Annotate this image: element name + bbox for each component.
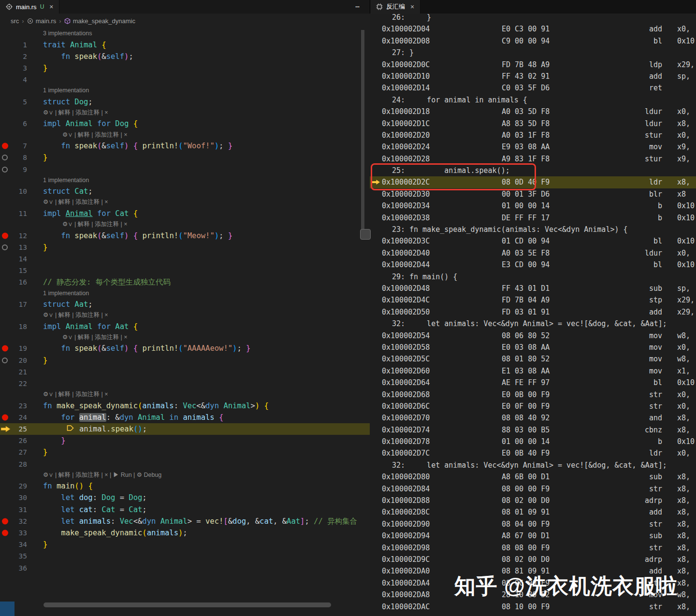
gutter[interactable] [0, 343, 13, 354]
codelens-row[interactable]: ⚙∨ | 解释 | 添加注释 | × | ▶ Run | ⚙ Debug [0, 470, 370, 481]
breakpoint-icon[interactable] [2, 518, 8, 524]
gutter[interactable] [0, 29, 13, 39]
code-line[interactable]: 23fn make_speak_dynamic(animals: Vec<&dy… [0, 400, 370, 412]
gutter[interactable] [0, 230, 13, 242]
code-line[interactable]: 32 let animals: Vec<&dyn Animal> = vec![… [0, 516, 370, 527]
code-line[interactable]: 33 make_speak_dynamic(animals); [0, 527, 370, 539]
breakpoint-icon[interactable] [2, 530, 8, 536]
gutter[interactable] [0, 435, 13, 446]
code-line[interactable]: 3} [0, 62, 370, 74]
gutter[interactable] [0, 480, 13, 492]
code-line[interactable]: 8} [0, 152, 370, 163]
gutter[interactable] [0, 321, 13, 332]
codelens-row[interactable]: 1 implementation [0, 86, 370, 96]
codelens-row[interactable]: 1 implementation [0, 175, 370, 186]
code-line[interactable]: 11impl Animal for Cat { [0, 208, 370, 219]
code-line[interactable]: 28 [0, 458, 370, 470]
code-line[interactable]: 36 [0, 562, 370, 574]
code-line[interactable]: 6impl Animal for Dog { [0, 118, 370, 129]
gutter[interactable] [0, 208, 13, 219]
gutter[interactable] [0, 219, 13, 230]
gutter[interactable] [0, 86, 13, 96]
code-line[interactable]: 18impl Animal for Aat { [0, 321, 370, 332]
code-line[interactable]: 29fn main() { [0, 480, 370, 492]
code-line[interactable]: 16// 静态分发: 每个类型生成独立代码 [0, 276, 370, 288]
gutter[interactable] [0, 400, 13, 412]
tab-close-icon[interactable]: × [49, 3, 53, 11]
gutter[interactable] [0, 332, 13, 343]
gutter[interactable] [0, 378, 13, 389]
breakpoint-unverified-icon[interactable] [2, 358, 8, 363]
breakpoint-unverified-icon[interactable] [2, 167, 8, 172]
code-line[interactable]: 14 [0, 253, 370, 265]
codelens-row[interactable]: ⚙∨ | 解释 | 添加注释 | × [0, 108, 370, 118]
gutter[interactable] [0, 355, 13, 366]
codelens-row[interactable]: ⚙∨ | 解释 | 添加注释 | × [0, 332, 370, 343]
code-line[interactable]: 10struct Cat; [0, 186, 370, 197]
gutter[interactable] [0, 446, 13, 458]
gutter[interactable] [0, 51, 13, 62]
gutter[interactable] [0, 310, 13, 321]
gutter[interactable] [0, 74, 13, 86]
gutter[interactable] [0, 550, 13, 562]
tab-close-icon[interactable]: × [410, 3, 414, 11]
breakpoint-unverified-icon[interactable] [2, 155, 8, 160]
code-line[interactable]: 24 for animal: &dyn Animal in animals { [0, 412, 370, 423]
gutter[interactable] [0, 96, 13, 108]
gutter[interactable] [0, 423, 13, 435]
breadcrumb-item-src[interactable]: src [11, 17, 19, 25]
code-line[interactable]: 15 [0, 265, 370, 276]
gutter[interactable] [0, 516, 13, 527]
gutter[interactable] [0, 242, 13, 253]
codelens-row[interactable]: 3 implementations [0, 29, 370, 39]
code-line[interactable]: 30 let dog: Dog = Dog; [0, 492, 370, 503]
gutter[interactable] [0, 299, 13, 310]
breakpoint-icon[interactable] [2, 414, 8, 420]
gutter[interactable] [0, 265, 13, 276]
gutter[interactable] [0, 140, 13, 152]
codelens-row[interactable]: 1 implementation [0, 288, 370, 299]
codelens-row[interactable]: ⚙∨ | 解释 | 添加注释 | × [0, 130, 370, 141]
code-line[interactable]: 34} [0, 539, 370, 550]
gutter[interactable] [0, 539, 13, 550]
gutter[interactable] [0, 39, 13, 51]
breadcrumb-item-main-rs[interactable]: main.rs [36, 17, 57, 25]
code-line[interactable]: 13} [0, 242, 370, 253]
gutter[interactable] [0, 175, 13, 186]
gutter[interactable] [0, 527, 13, 539]
code-line[interactable]: 9 [0, 164, 370, 175]
gutter[interactable] [0, 562, 13, 574]
gutter[interactable] [0, 470, 13, 481]
gutter[interactable] [0, 412, 13, 423]
gutter[interactable] [0, 276, 13, 288]
code-line[interactable]: 12 fn speak(&self) { println!("Meow!"); … [0, 230, 370, 242]
gutter[interactable] [0, 253, 13, 265]
codelens-row[interactable]: ⚙∨ | 解释 | 添加注释 | × [0, 389, 370, 400]
breakpoint-unverified-icon[interactable] [2, 244, 8, 250]
gutter[interactable] [0, 389, 13, 400]
code-line[interactable]: 20} [0, 355, 370, 366]
gutter[interactable] [0, 492, 13, 503]
code-line[interactable]: 22 [0, 378, 370, 389]
code-line[interactable]: 5struct Dog; [0, 96, 370, 108]
gutter[interactable] [0, 458, 13, 470]
vertical-scrollbar[interactable] [361, 30, 364, 233]
code-line[interactable]: 7 fn speak(&self) { println!("Woof!"); } [0, 140, 370, 152]
gutter[interactable] [0, 108, 13, 118]
gutter[interactable] [0, 130, 13, 141]
breadcrumb-item-function[interactable]: make_speak_dynamic [73, 17, 135, 25]
gutter[interactable] [0, 62, 13, 74]
gutter[interactable] [0, 288, 13, 299]
code-line[interactable]: 25 animal.speak(); [0, 423, 370, 435]
gutter[interactable] [0, 366, 13, 378]
code-line[interactable]: 21 [0, 366, 370, 378]
more-actions-icon[interactable]: ⋯ [346, 2, 370, 11]
inline-breakpoint-icon[interactable] [67, 423, 74, 435]
gutter[interactable] [0, 118, 13, 129]
code-line[interactable]: 2 fn speak(&self); [0, 51, 370, 62]
editor[interactable]: 3 implementations1trait Animal {2 fn spe… [0, 29, 370, 574]
gutter[interactable] [0, 504, 13, 516]
gutter[interactable] [0, 186, 13, 197]
code-line[interactable]: 4 [0, 74, 370, 86]
gutter[interactable] [0, 164, 13, 175]
